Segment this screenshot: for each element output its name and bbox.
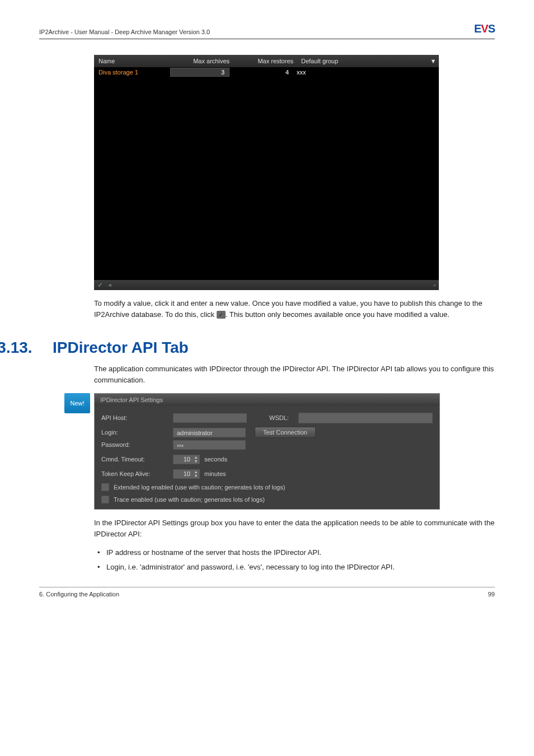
col-name[interactable]: Name [94, 58, 170, 64]
cmnd-timeout-label: Cmnd. Timeout: [101, 456, 173, 463]
login-label: Login: [101, 429, 173, 436]
scroll-right-icon[interactable]: ► [433, 282, 438, 288]
settings-title: IPDirector API Settings [95, 394, 439, 406]
list-item: IP address or hostname of the server tha… [94, 547, 495, 558]
cell-name: Diva storage 1 [94, 69, 170, 76]
spinner-up-icon[interactable]: ▲ [194, 470, 198, 474]
footer-chapter: 6. Configuring the Application [39, 591, 119, 598]
table-footer: ✓ ◄ ► [94, 280, 439, 290]
api-host-input[interactable] [173, 413, 247, 423]
header-title: IP2Archive - User Manual - Deep Archive … [39, 29, 210, 35]
table-header-row: Name Max archives Max restores Default g… [94, 55, 439, 67]
table-row[interactable]: Diva storage 1 3 4 xxx [94, 67, 439, 77]
col-max-restores[interactable]: Max restores [234, 58, 298, 64]
inline-check-icon: ✓ [217, 311, 226, 319]
test-connection-button[interactable]: Test Connection [255, 427, 316, 438]
publish-check-icon[interactable]: ✓ [95, 281, 105, 289]
password-input[interactable]: xxx [173, 440, 246, 450]
cell-default-group[interactable]: xxx [293, 69, 439, 76]
col-max-archives[interactable]: Max archives [170, 58, 234, 64]
token-keepalive-label: Token Keep Alive: [101, 470, 173, 477]
col-default-group[interactable]: Default group [298, 58, 428, 64]
keepalive-unit: minutes [204, 470, 226, 477]
sort-arrow-icon[interactable]: ▼ [428, 58, 439, 64]
login-input[interactable]: administrator [173, 428, 246, 437]
token-keepalive-stepper[interactable]: 10 ▲▼ [173, 469, 200, 479]
wsdl-label: WSDL: [269, 414, 298, 421]
evs-logo: EVS [474, 22, 495, 35]
password-label: Password: [101, 441, 173, 448]
list-item: Login, i.e. 'administrator' and password… [94, 562, 495, 573]
extended-log-checkbox[interactable] [101, 483, 109, 491]
spinner-down-icon[interactable]: ▼ [194, 459, 198, 463]
extended-log-label: Extended log enabled (use with caution; … [114, 484, 285, 491]
ipdirector-api-settings-panel: IPDirector API Settings API Host: WSDL: … [94, 393, 440, 510]
paragraph-modify-value: To modify a value, click it and enter a … [94, 298, 495, 320]
cmnd-timeout-stepper[interactable]: 10 ▲▼ [173, 455, 200, 464]
section-title: IPDirector API Tab [53, 339, 189, 357]
scroll-left-icon[interactable]: ◄ [105, 282, 114, 288]
storage-table-screenshot: Name Max archives Max restores Default g… [94, 55, 439, 290]
spinner-down-icon[interactable]: ▼ [194, 474, 198, 478]
cell-max-restores[interactable]: 4 [229, 69, 293, 76]
api-host-label: API Host: [101, 414, 173, 421]
trace-checkbox[interactable] [101, 496, 109, 503]
new-badge: New! [64, 393, 90, 413]
trace-label: Trace enabled (use with caution; generat… [114, 496, 265, 503]
cell-max-archives[interactable]: 3 [170, 68, 229, 77]
wsdl-input[interactable] [298, 413, 433, 423]
spinner-up-icon[interactable]: ▲ [194, 455, 198, 459]
section-number: 6.3.13. [0, 339, 53, 357]
paragraph-api-intro: The application communicates with IPDire… [94, 363, 495, 385]
footer-page-number: 99 [488, 591, 495, 598]
paragraph-settings-desc: In the IPDirector API Settings group box… [94, 517, 495, 539]
timeout-unit: seconds [204, 456, 227, 463]
